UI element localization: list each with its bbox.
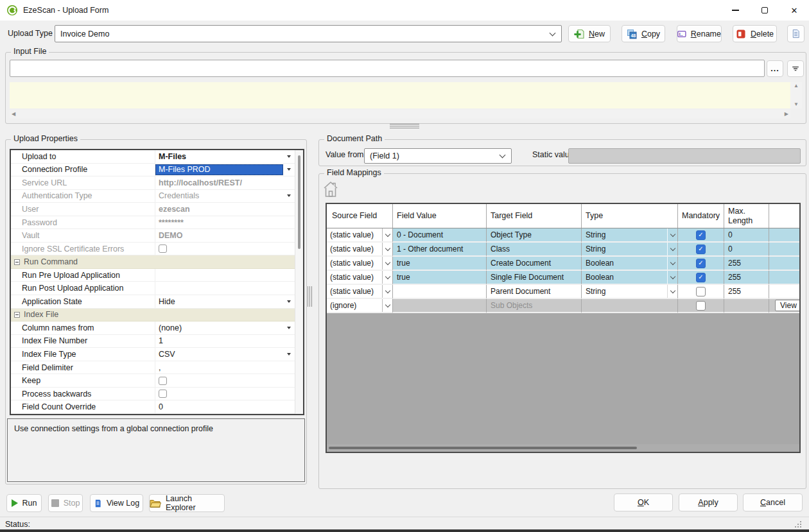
property-value[interactable]: ezescan <box>155 203 283 216</box>
type-select[interactable]: String <box>582 285 678 299</box>
file-list-area[interactable] <box>10 82 790 108</box>
property-row-run-command[interactable]: Run Command <box>11 255 295 269</box>
launch-explorer-button[interactable]: Launch Explorer <box>149 494 225 512</box>
field-value-cell[interactable]: true <box>393 271 487 285</box>
target-field-cell[interactable]: Single File Document <box>487 271 582 285</box>
filter-button[interactable] <box>787 60 804 77</box>
type-select[interactable]: Boolean <box>582 271 678 285</box>
property-grid-scrollbar[interactable] <box>295 150 303 414</box>
property-row-index-file[interactable]: Index File <box>11 309 295 322</box>
property-value[interactable]: http://localhost/REST/ <box>155 176 283 189</box>
property-value[interactable] <box>155 374 283 387</box>
property-value[interactable]: Hide <box>155 295 283 308</box>
property-value[interactable] <box>155 388 283 400</box>
scrollbar-thumb[interactable] <box>298 155 300 249</box>
property-row-index-file-type[interactable]: Index File TypeCSV <box>11 348 295 361</box>
table-horizontal-scrollbar[interactable] <box>327 444 799 452</box>
source-field-select[interactable]: (static value) <box>327 243 393 257</box>
dropdown-arrow-icon[interactable] <box>283 190 295 203</box>
delete-button[interactable]: Delete <box>733 25 777 42</box>
property-value[interactable]: 1 <box>155 335 283 348</box>
resize-grip[interactable] <box>795 521 803 529</box>
checkbox-unchecked[interactable] <box>159 245 167 253</box>
target-field-cell[interactable]: Object Type <box>487 228 582 243</box>
property-value[interactable] <box>155 282 283 295</box>
property-row-password[interactable]: Password******** <box>11 216 295 230</box>
stop-button[interactable]: Stop <box>48 494 83 512</box>
property-row-index-file-number[interactable]: Index File Number1 <box>11 335 295 348</box>
view-log-button[interactable]: View Log <box>90 494 143 512</box>
copy-button[interactable]: 48 Copy <box>622 25 665 42</box>
max-length-cell[interactable]: 0 <box>724 228 769 243</box>
ok-button[interactable]: OK <box>614 493 673 511</box>
property-value[interactable]: ******** <box>155 216 283 229</box>
property-value[interactable]: Credentials <box>155 190 283 203</box>
file-list-horizontal-scrollbar[interactable]: ◀ ▶ <box>10 110 790 119</box>
property-row-service-url[interactable]: Service URLhttp://localhost/REST/ <box>11 176 295 190</box>
dropdown-arrow-icon[interactable] <box>283 348 295 361</box>
horizontal-splitter-handle[interactable] <box>390 124 419 130</box>
max-length-cell[interactable] <box>724 299 769 313</box>
property-row-connection-profile[interactable]: Connection ProfileM-Files PROD <box>11 164 295 177</box>
new-button[interactable]: New <box>568 25 611 42</box>
field-value-cell[interactable]: true <box>393 257 487 271</box>
type-select[interactable] <box>582 299 678 313</box>
property-value[interactable]: M-Files <box>155 150 283 163</box>
home-icon[interactable] <box>323 180 338 200</box>
property-row-keep[interactable]: Keep <box>11 374 295 388</box>
dropdown-arrow-icon[interactable] <box>283 164 295 176</box>
property-row-process-backwards[interactable]: Process backwards <box>11 388 295 401</box>
vertical-splitter-handle[interactable] <box>308 286 313 307</box>
field-value-cell[interactable] <box>393 299 487 313</box>
property-row-column-names-from[interactable]: Column names from(none) <box>11 322 295 335</box>
cancel-button[interactable]: Cancel <box>743 493 803 511</box>
value-from-select[interactable]: (Field 1) <box>364 148 512 164</box>
field-value-cell[interactable]: 0 - Document <box>393 228 487 243</box>
property-row-field-count-override[interactable]: Field Count Override0 <box>11 400 295 414</box>
property-value[interactable]: 0 <box>155 400 283 413</box>
property-row-user[interactable]: Userezescan <box>11 203 295 216</box>
max-length-cell[interactable]: 255 <box>724 271 769 285</box>
dropdown-arrow-icon[interactable] <box>283 295 295 308</box>
type-select[interactable]: String <box>582 243 678 257</box>
scrollbar-thumb[interactable] <box>329 447 637 449</box>
checkbox-checked[interactable]: ✓ <box>696 273 706 282</box>
property-row-vault[interactable]: VaultDEMO <box>11 229 295 243</box>
checkbox-checked[interactable]: ✓ <box>696 245 706 254</box>
checkbox-unchecked[interactable] <box>696 287 706 296</box>
type-select[interactable]: Boolean <box>582 257 678 271</box>
max-length-cell[interactable]: 0 <box>724 243 769 257</box>
input-file-field[interactable] <box>10 60 765 77</box>
file-list-vertical-scrollbar[interactable]: ▲ ▼ <box>790 82 802 108</box>
source-field-select[interactable]: (static value) <box>327 228 393 243</box>
source-field-select[interactable]: (ignore) <box>327 299 393 313</box>
run-button[interactable]: Run <box>6 494 42 512</box>
collapse-icon[interactable] <box>14 312 20 318</box>
target-field-cell[interactable]: Class <box>487 243 582 257</box>
type-select[interactable]: String <box>582 228 678 243</box>
scroll-up-icon[interactable]: ▲ <box>794 83 799 89</box>
property-row-upload-to[interactable]: Upload toM-Files <box>11 150 295 164</box>
property-value[interactable] <box>155 269 283 282</box>
dropdown-arrow-icon[interactable] <box>283 150 295 163</box>
document-properties-button[interactable] <box>787 25 805 42</box>
field-value-cell[interactable] <box>393 285 487 299</box>
minimize-button[interactable] <box>720 0 750 21</box>
property-row-run-pre-upload-application[interactable]: Run Pre Upload Application <box>11 269 295 282</box>
property-row-field-delimiter[interactable]: Field Delimiter, <box>11 361 295 375</box>
view-button[interactable]: View <box>775 300 799 311</box>
apply-button[interactable]: Apply <box>679 493 738 511</box>
max-length-cell[interactable]: 255 <box>724 285 769 299</box>
close-button[interactable]: ✕ <box>779 0 809 21</box>
property-value[interactable]: (none) <box>155 322 283 334</box>
checkbox-unchecked[interactable] <box>159 390 167 398</box>
target-field-cell[interactable]: Parent Document <box>487 285 582 299</box>
max-length-cell[interactable]: 255 <box>724 257 769 271</box>
scroll-right-icon[interactable]: ▶ <box>785 112 788 117</box>
scroll-left-icon[interactable]: ◀ <box>12 112 15 117</box>
field-value-cell[interactable]: 1 - Other document <box>393 243 487 257</box>
maximize-button[interactable] <box>750 0 779 21</box>
source-field-select[interactable]: (static value) <box>327 271 393 285</box>
property-value[interactable]: , <box>155 361 283 374</box>
upload-type-select[interactable]: Invoice Demo <box>55 25 562 42</box>
